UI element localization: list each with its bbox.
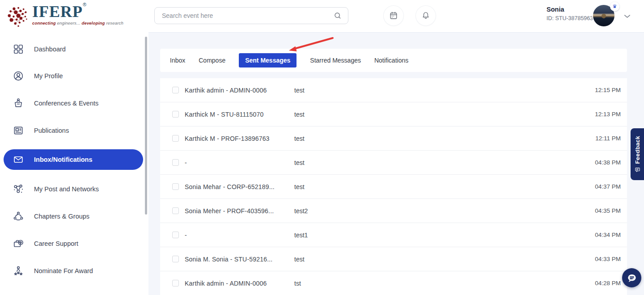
message-subject: test [294,159,305,166]
award-icon [13,265,24,277]
message-row[interactable]: Sonia Mehar - CORP-652189... test 04:37 … [160,175,627,199]
sidebar-item-label: Career Support [34,240,78,247]
message-row[interactable]: Sonia Meher - PROF-403596... test2 04:35… [160,199,627,223]
message-sender: Karthick M - PROF-13896763 [185,135,294,142]
message-subject: test [294,87,305,94]
message-time: 04:37 PM [595,183,627,190]
crown-icon: ♛ [610,2,619,11]
sidebar-item-career-support[interactable]: Career Support [4,235,143,253]
tab-starred-messages[interactable]: Starred Messages [310,53,361,67]
message-row[interactable]: Sonia M. Sonia - STU-59216... test 04:33… [160,247,627,271]
feedback-icon [635,167,640,173]
message-row[interactable]: - test1 04:34 PM [160,223,627,247]
message-checkbox[interactable] [172,87,179,93]
message-subject: test [294,183,305,190]
sidebar-item-label: My Post and Networks [34,185,99,193]
search-input[interactable] [155,12,333,19]
brand-tagline: connecting engineers... developing resea… [32,21,123,25]
brand-name: IFERP® [32,3,123,21]
conference-icon [13,97,24,109]
notifications-button[interactable] [416,6,436,25]
calendar-button[interactable] [384,6,403,25]
sent-messages-list: Karthik admin - ADMIN-0006 test 12:15 PM… [160,78,627,295]
sidebar-item-label: Nominate For Award [34,267,93,274]
sidebar-item-dashboard[interactable]: Dashboard [4,40,143,58]
top-bar: IFERP® connecting engineers... developin… [0,0,644,32]
message-checkbox[interactable] [172,256,179,262]
logo-network-icon [6,4,31,30]
message-checkbox[interactable] [172,183,179,190]
message-sender: Karthick M - STU-81115070 [185,111,294,118]
profile-icon [13,70,24,82]
sidebar-nav: Dashboard My Profile Conferences & Event… [0,32,148,295]
sidebar-item-publications[interactable]: Publications [4,122,143,139]
sidebar-item-label: Dashboard [34,46,66,53]
chat-button[interactable] [622,268,641,287]
user-name: Sonia [547,6,564,13]
sidebar-item-label: Conferences & Events [34,100,98,107]
sidebar-item-nominate-for-award[interactable]: Nominate For Award [4,262,143,280]
tab-compose[interactable]: Compose [199,53,225,67]
message-row[interactable]: Karthik admin - ADMIN-0006 test 12:15 PM [160,78,627,102]
chat-bubble-icon [626,272,638,284]
inbox-icon [13,154,24,165]
sidebar-item-my-profile[interactable]: My Profile [4,67,143,85]
tab-inbox[interactable]: Inbox [170,53,185,67]
sidebar-item-my-post-and-networks[interactable]: My Post and Networks [4,180,143,198]
user-id: ID: STU-38785963 [547,15,593,21]
message-row[interactable]: - test 04:38 PM [160,151,627,175]
message-sender: Karthik admin - ADMIN-0006 [185,87,294,94]
groups-icon [13,211,24,222]
message-subject: tst [294,280,301,287]
tab-sent-messages[interactable]: Sent Messages [239,53,297,67]
search-icon[interactable] [333,11,342,20]
iferp-logo[interactable]: IFERP® connecting engineers... developin… [6,3,123,30]
event-search [154,7,348,24]
message-checkbox[interactable] [172,280,179,287]
message-checkbox[interactable] [172,207,179,214]
messages-tab-bar: InboxComposeSent MessagesStarred Message… [160,49,627,72]
sidebar-item-chapters-groups[interactable]: Chapters & Groups [4,207,143,225]
message-sender: - [185,232,294,239]
sidebar-item-label: My Profile [34,72,63,80]
message-time: 12:15 PM [595,87,627,93]
sidebar-item-inbox-notifications[interactable]: Inbox/Notifications [4,149,143,170]
message-sender: Karthik admin - ADMIN-0006 [185,280,294,287]
tab-notifications[interactable]: Notifications [374,53,408,67]
sidebar-item-label: Chapters & Groups [34,213,89,220]
message-checkbox[interactable] [172,135,179,142]
message-row[interactable]: Karthik admin - ADMIN-0006 tst 04:28 PM [160,271,627,295]
message-checkbox[interactable] [172,159,179,166]
grid-icon [13,43,24,55]
publications-icon [13,125,24,136]
message-time: 12:13 PM [595,111,627,118]
message-sender: Sonia M. Sonia - STU-59216... [185,256,294,263]
page: IFERP® connecting engineers... developin… [0,0,644,295]
message-sender: Sonia Meher - PROF-403596... [185,207,294,215]
message-time: 12:11 PM [595,135,627,142]
registered-mark: ® [83,2,86,7]
chevron-down-icon[interactable] [623,13,631,21]
sidebar-item-label: Inbox/Notifications [34,156,93,163]
network-icon [13,183,24,195]
calendar-icon [389,11,398,21]
main-content: InboxComposeSent MessagesStarred Message… [148,32,644,295]
feedback-button[interactable]: Feedback [631,128,644,180]
sidebar-item-conferences-events[interactable]: Conferences & Events [4,94,143,112]
message-time: 04:35 PM [595,207,627,214]
bell-icon [421,11,431,21]
feedback-label: Feedback [634,136,641,164]
message-time: 04:38 PM [595,159,627,166]
message-time: 04:33 PM [595,256,627,262]
sidebar-item-label: Publications [34,127,69,134]
message-row[interactable]: Karthick M - STU-81115070 test 12:13 PM [160,102,627,126]
message-checkbox[interactable] [172,111,179,118]
message-sender: Sonia Mehar - CORP-652189... [185,183,294,190]
message-sender: - [185,159,294,166]
message-subject: test1 [294,232,308,239]
message-row[interactable]: Karthick M - PROF-13896763 test 12:11 PM [160,126,627,151]
sidebar-scrollbar[interactable] [145,37,147,215]
message-time: 04:34 PM [595,232,627,238]
message-checkbox[interactable] [172,232,179,238]
message-subject: test [294,256,305,263]
